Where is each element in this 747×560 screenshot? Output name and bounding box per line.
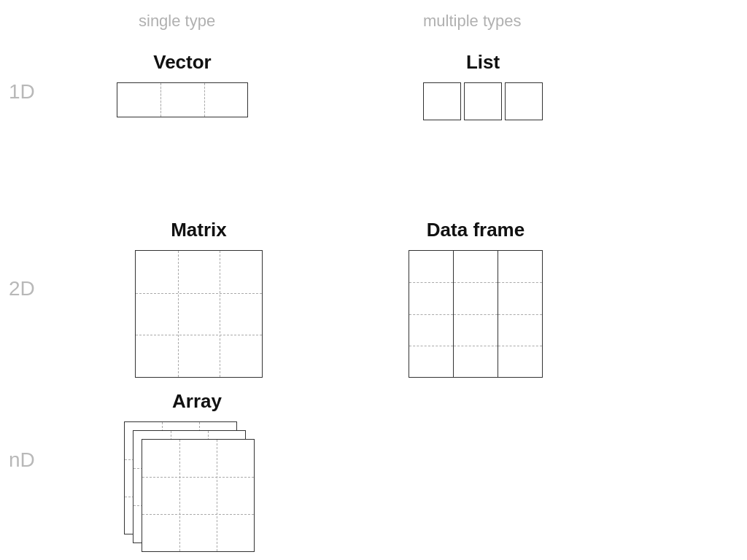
single-type-header: single type — [139, 12, 215, 30]
matrix-title: Matrix — [171, 219, 227, 241]
df-hdivider-1-3 — [409, 346, 453, 346]
dataframe-title: Data frame — [427, 219, 525, 241]
list-cell-1 — [423, 82, 461, 120]
multiple-types-header: multiple types — [423, 12, 522, 30]
df-hdivider-2-2 — [454, 314, 498, 315]
df-col-2 — [453, 250, 498, 378]
df-hdivider-1-1 — [409, 282, 453, 283]
vector-shape — [117, 82, 248, 117]
vector-item: Vector — [117, 51, 248, 117]
dataframe-item: Data frame — [409, 219, 543, 378]
list-cell-3 — [505, 82, 543, 120]
df-col-1 — [409, 250, 454, 378]
vector-divider-2 — [204, 83, 205, 117]
page: single type multiple types 1D Vector Lis… — [0, 0, 747, 560]
row-label-nd: nD — [9, 448, 35, 472]
df-hdivider-3-3 — [498, 346, 542, 346]
matrix-hdivider-2 — [136, 335, 262, 335]
df-hdivider-2-1 — [454, 282, 498, 283]
dataframe-shape — [409, 250, 543, 378]
row-label-1d: 1D — [9, 80, 35, 104]
matrix-hdivider-1 — [136, 293, 262, 294]
array-title: Array — [172, 390, 222, 413]
df-col-3 — [498, 250, 543, 378]
matrix-vdivider-1 — [178, 251, 179, 377]
matrix-vdivider-2 — [220, 251, 220, 377]
alf-hdivider-2 — [142, 514, 254, 515]
array-item: Array — [124, 390, 270, 553]
alf-vdivider-1 — [179, 440, 180, 551]
matrix-shape — [135, 250, 263, 378]
df-hdivider-1-2 — [409, 314, 453, 315]
vector-title: Vector — [153, 51, 212, 74]
column-headers: single type multiple types — [0, 0, 747, 12]
row-label-2d: 2D — [9, 277, 35, 300]
list-cell-2 — [464, 82, 502, 120]
alf-vdivider-2 — [217, 440, 217, 551]
df-hdivider-2-3 — [454, 346, 498, 346]
array-layer-front — [142, 439, 255, 552]
matrix-item: Matrix — [135, 219, 263, 378]
alf-hdivider-1 — [142, 477, 254, 478]
df-hdivider-3-2 — [498, 314, 542, 315]
vector-divider-1 — [160, 83, 161, 117]
array-shape — [124, 421, 270, 553]
list-title: List — [466, 51, 500, 74]
df-hdivider-3-1 — [498, 282, 542, 283]
list-shape — [423, 82, 543, 120]
list-item: List — [423, 51, 543, 120]
